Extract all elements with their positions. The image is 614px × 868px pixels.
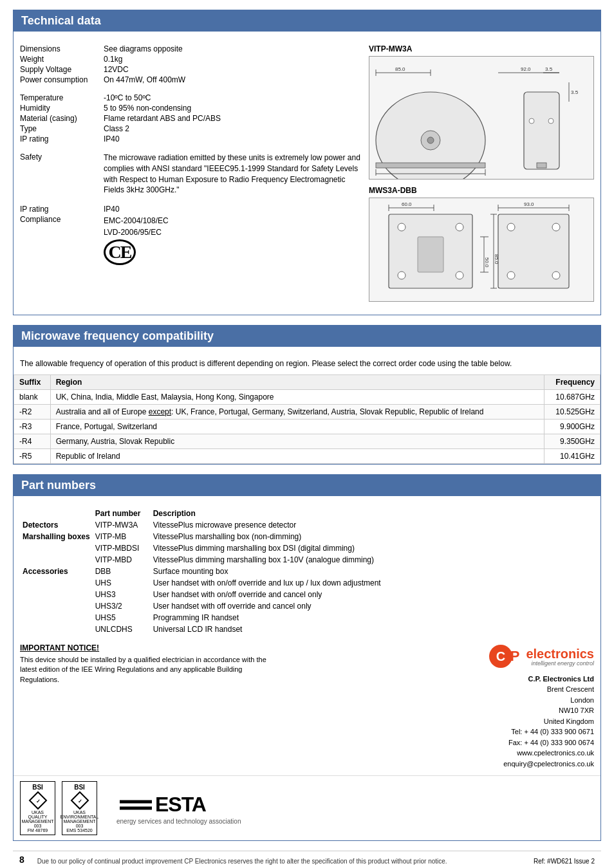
bottom-notice-row: IMPORTANT NOTICE! This device should be … — [14, 640, 600, 776]
part-desc-vitp-mbd: VitessePlus dimming marshalling box 1-10… — [151, 554, 594, 566]
spec-value-compliance: EMC-2004/108/ECLVD-2006/95/EC — [104, 215, 362, 238]
category-marshalling: Marshalling boxes — [20, 531, 93, 542]
freq-row-r5: -R5 Republic of Ireland 10.41GHz — [14, 448, 600, 463]
frequency-title: Microwave frequency compatibility — [21, 329, 214, 342]
box-connector — [418, 237, 443, 272]
spec-value-ip: IP40 — [104, 134, 362, 143]
diagram2-box: 60.0 93.0 — [369, 198, 594, 302]
category-empty-5 — [20, 600, 93, 612]
spec-value-ip2: IP40 — [104, 205, 362, 214]
spec-value-weight: 0.1kg — [104, 55, 362, 64]
svg-text:3.5: 3.5 — [545, 66, 553, 72]
side-hole-br — [552, 272, 560, 279]
part-num-uhs5: UHS5 — [93, 612, 151, 623]
suffix-r2: -R2 — [14, 404, 51, 419]
bsi-ems: EMS 534520 — [66, 828, 92, 833]
bsi-kite-2: ✓ — [70, 791, 89, 810]
part-desc-dbb: Surface mounting box — [151, 566, 594, 577]
category-empty-7 — [20, 623, 93, 635]
category-empty-1 — [20, 542, 93, 554]
col-category — [20, 508, 93, 519]
freq-r2: 10.525GHz — [544, 404, 600, 419]
device-side-base — [537, 163, 546, 168]
company-name: C.P. Electronics Ltd — [414, 674, 594, 685]
fax: Fax: + 44 (0) 333 900 0674 — [414, 737, 594, 748]
device-side — [524, 92, 559, 169]
bsi-title-2: BSI — [74, 784, 85, 791]
part-row-acc-1: Accessories DBB Surface mounting box — [20, 566, 594, 577]
spec-value-dimensions: See diagrams opposite — [104, 44, 362, 53]
spec-label-blank — [20, 239, 104, 265]
category-detectors: Detectors — [20, 519, 93, 531]
side-hole-tl — [507, 223, 515, 231]
spec-label-voltage: Supply Voltage — [20, 65, 104, 74]
svg-text:✓: ✓ — [77, 799, 82, 804]
part-num-dbb: DBB — [93, 566, 151, 577]
mount-hole-1 — [529, 118, 534, 124]
spec-group-4: IP rating IP40 Compliance EMC-2004/108/E… — [20, 205, 362, 265]
spec-ce-row: CE — [20, 239, 362, 265]
spec-group-2: Temperature -10ºC to 50ºC Humidity 5 to … — [20, 93, 362, 143]
spec-value-type: Class 2 — [104, 124, 362, 133]
footer-notice: Due to our policy of continual product i… — [24, 858, 534, 865]
category-accessories: Accessories — [20, 566, 93, 577]
region-blank: UK, China, India, Middle East, Malaysia,… — [50, 389, 544, 404]
spec-label-weight: Weight — [20, 55, 104, 64]
part-num-vitp-mbd: VITP-MBD — [93, 554, 151, 566]
spec-value-temp: -10ºC to 50ºC — [104, 93, 362, 102]
svg-text:92.0: 92.0 — [521, 66, 531, 72]
tech-specs-col: Dimensions See diagrams opposite Weight … — [20, 44, 362, 308]
address-line2: London — [414, 695, 594, 706]
col-suffix: Suffix — [14, 374, 51, 389]
part-num-vitp-mbdsi: VITP-MBDSI — [93, 542, 151, 554]
part-row-marshal-2: VITP-MBDSI VitessePlus dimming marshalli… — [20, 542, 594, 554]
svg-text:50.0: 50.0 — [484, 257, 490, 268]
spec-power: Power consumption On 447mW, Off 400mW — [20, 75, 362, 84]
spec-value-voltage: 12VDC — [104, 65, 362, 74]
electronics-label: electronics — [526, 647, 594, 660]
diagram1-svg: 85.0 3.5 92.0 3.5 — [369, 57, 588, 179]
region-r4: Germany, Austria, Slovak Republic — [50, 434, 544, 448]
part-desc-unlcdhs: Universal LCD IR handset — [151, 623, 594, 635]
bsi-fm: FM 48769 — [28, 828, 48, 833]
esta-tagline: energy services and technology associati… — [116, 818, 241, 825]
part-desc-uhs5: Programming IR handset — [151, 612, 594, 623]
diagram1-box: 85.0 3.5 92.0 3.5 — [369, 56, 594, 180]
spec-type: Type Class 2 — [20, 124, 362, 133]
part-row-acc-4: UHS3/2 User handset with off override an… — [20, 600, 594, 612]
freq-table-header-row: Suffix Region Frequency — [14, 374, 600, 389]
spec-compliance: Compliance EMC-2004/108/ECLVD-2006/95/EC — [20, 215, 362, 238]
technical-data-title: Technical data — [21, 14, 101, 27]
svg-text:85.0: 85.0 — [494, 254, 499, 264]
spec-label-dimensions: Dimensions — [20, 44, 104, 53]
spec-weight: Weight 0.1kg — [20, 55, 362, 64]
svg-text:93.0: 93.0 — [524, 201, 534, 207]
suffix-blank: blank — [14, 389, 51, 404]
important-notice-text: This device should be installed by a qua… — [20, 655, 277, 685]
part-numbers-body: Part number Description Detectors VITP-M… — [14, 503, 600, 640]
part-desc-uhs32: User handset with off override and cance… — [151, 600, 594, 612]
part-num-vitp-mb: VITP-MB — [93, 531, 151, 542]
part-row-marshal-3: VITP-MBD VitessePlus dimming marshalling… — [20, 554, 594, 566]
spec-label-humidity: Humidity — [20, 104, 104, 113]
frequency-header: Microwave frequency compatibility — [14, 326, 600, 347]
spec-label-ip2: IP rating — [20, 205, 104, 214]
frequency-section: Microwave frequency compatibility The al… — [13, 325, 601, 465]
part-row-acc-6: UNLCDHS Universal LCD IR handset — [20, 623, 594, 635]
region-r2: Australia and all of Europe except: UK, … — [50, 404, 544, 419]
spec-label-ip: IP rating — [20, 134, 104, 143]
spec-label-material: Material (casing) — [20, 114, 104, 123]
spec-value-humidity: 5 to 95% non-condensing — [104, 104, 362, 113]
part-num-unlcdhs: UNLCDHS — [93, 623, 151, 635]
part-table-body: Detectors VITP-MW3A VitessePlus microwav… — [20, 519, 594, 635]
part-desc-vitp-mw3a: VitessePlus microwave presence detector — [151, 519, 594, 531]
svg-text:3.5: 3.5 — [571, 89, 579, 95]
spec-group-3: Safety The microwave radiation emitted b… — [20, 152, 362, 196]
tagline-label: intelligent energy control — [526, 660, 594, 667]
side-hole-bl — [507, 272, 515, 279]
tel: Tel: + 44 (0) 333 900 0671 — [414, 726, 594, 737]
bsi-logo-1: BSI ✓ UKASQUALITYMANAGEMENT003 FM 48769 — [20, 781, 55, 835]
part-num-uhs32: UHS3/2 — [93, 600, 151, 612]
col-frequency: Frequency — [544, 374, 600, 389]
cp-logo-container: C P electronics intelligent energy contr… — [414, 643, 594, 671]
